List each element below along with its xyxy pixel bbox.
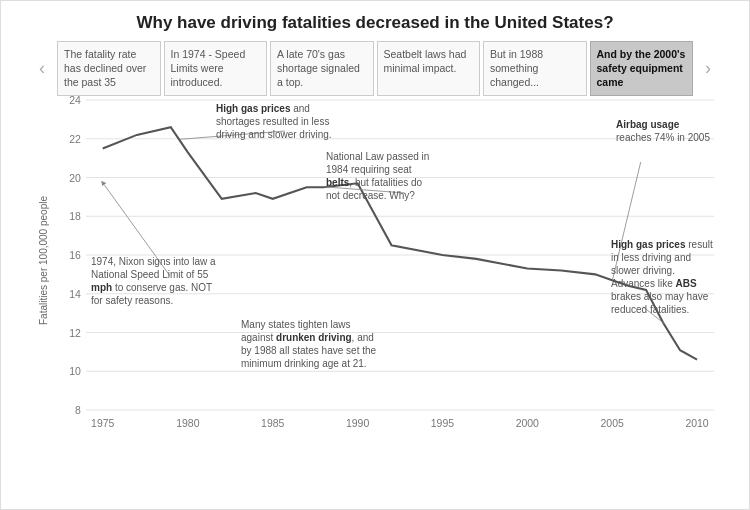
nav-right-arrow[interactable]: › xyxy=(697,41,719,96)
nav-card-0[interactable]: The fatality rate has declined over the … xyxy=(57,41,161,96)
annotation-speed-limit: 1974, Nixon signs into law aNational Spe… xyxy=(91,255,216,307)
annotation-gas-abs: High gas prices resultin less driving an… xyxy=(611,238,713,316)
y-axis-label: Fatalities per 100,000 people xyxy=(38,205,49,325)
nav-card-1[interactable]: In 1974 - Speed Limits were introduced. xyxy=(164,41,268,96)
svg-text:14: 14 xyxy=(69,288,81,299)
svg-text:2010: 2010 xyxy=(685,417,708,428)
svg-text:12: 12 xyxy=(69,327,81,338)
svg-text:16: 16 xyxy=(69,250,81,261)
nav-card-5[interactable]: And by the 2000's safety equipment came xyxy=(590,41,694,96)
svg-text:20: 20 xyxy=(69,172,81,183)
svg-text:1975: 1975 xyxy=(91,417,114,428)
svg-text:24: 24 xyxy=(69,95,81,106)
annotation-drunk-driving: Many states tighten lawsagainst drunken … xyxy=(241,318,376,370)
nav-strip: ‹ The fatality rate has declined over th… xyxy=(1,41,749,96)
nav-card-3[interactable]: Seatbelt laws had minimal impact. xyxy=(377,41,481,96)
chart-inner: 24 22 20 18 16 14 12 10 8 1975 1980 1985… xyxy=(86,100,714,410)
svg-text:1980: 1980 xyxy=(176,417,199,428)
page-title: Why have driving fatalities decreased in… xyxy=(1,1,749,41)
svg-text:22: 22 xyxy=(69,133,81,144)
svg-text:1990: 1990 xyxy=(346,417,369,428)
annotation-gas-prices: High gas prices andshortages resulted in… xyxy=(216,102,332,141)
svg-text:8: 8 xyxy=(75,405,81,416)
svg-text:10: 10 xyxy=(69,366,81,377)
annotation-airbag: Airbag usagereaches 74% in 2005 xyxy=(616,118,710,144)
annotation-seatbelts: National Law passed in1984 requiring sea… xyxy=(326,150,429,202)
nav-card-4[interactable]: But in 1988 something changed... xyxy=(483,41,587,96)
chart-area: Fatalities per 100,000 people 24 22 20 1… xyxy=(31,100,719,430)
nav-card-2[interactable]: A late 70's gas shortage signaled a top. xyxy=(270,41,374,96)
nav-cards: The fatality rate has declined over the … xyxy=(57,41,693,96)
svg-text:1995: 1995 xyxy=(431,417,454,428)
svg-text:2005: 2005 xyxy=(601,417,624,428)
svg-text:2000: 2000 xyxy=(516,417,539,428)
svg-text:18: 18 xyxy=(69,211,81,222)
svg-text:1985: 1985 xyxy=(261,417,284,428)
nav-left-arrow[interactable]: ‹ xyxy=(31,41,53,96)
